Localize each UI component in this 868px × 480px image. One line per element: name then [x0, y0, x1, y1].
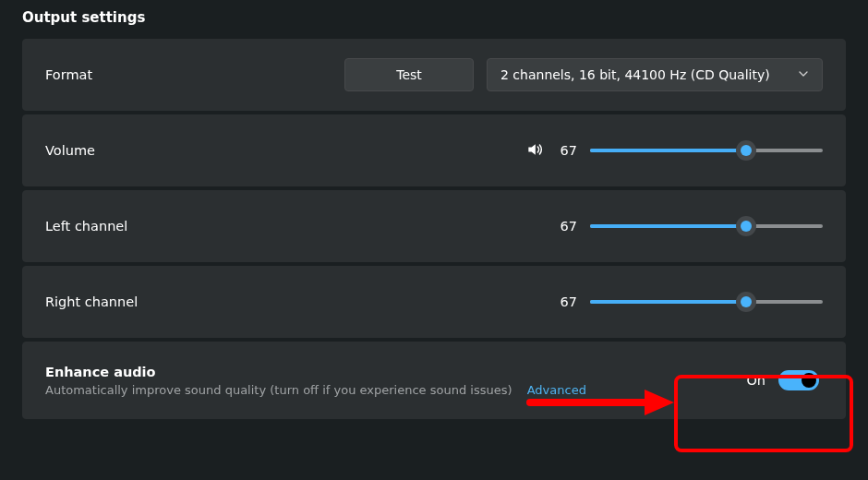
volume-slider[interactable]: [590, 140, 823, 161]
left-channel-slider[interactable]: [590, 216, 823, 236]
volume-value: 67: [557, 143, 577, 158]
slider-thumb[interactable]: [736, 216, 756, 236]
enhance-audio-row: Enhance audio Automatically improve soun…: [22, 342, 846, 419]
enhance-audio-toggle[interactable]: [778, 370, 819, 390]
enhance-toggle-state: On: [746, 373, 766, 388]
chevron-down-icon: [798, 67, 809, 82]
right-channel-label: Right channel: [45, 294, 138, 309]
right-channel-value: 67: [557, 294, 577, 309]
speaker-icon[interactable]: [525, 140, 544, 162]
volume-label: Volume: [45, 143, 95, 158]
left-channel-value: 67: [557, 219, 577, 234]
format-dropdown[interactable]: 2 channels, 16 bit, 44100 Hz (CD Quality…: [487, 58, 823, 91]
right-channel-slider[interactable]: [590, 292, 823, 312]
format-selected: 2 channels, 16 bit, 44100 Hz (CD Quality…: [500, 67, 770, 82]
enhance-audio-subtitle: Automatically improve sound quality (tur…: [45, 383, 512, 397]
slider-thumb[interactable]: [736, 140, 756, 161]
right-channel-row: Right channel 67: [22, 266, 846, 338]
slider-thumb[interactable]: [736, 292, 756, 312]
left-channel-label: Left channel: [45, 219, 127, 234]
format-label: Format: [45, 67, 92, 82]
volume-row: Volume 67: [22, 114, 846, 186]
enhance-audio-title: Enhance audio: [45, 365, 586, 379]
section-title: Output settings: [22, 9, 846, 26]
advanced-link[interactable]: Advanced: [527, 383, 586, 397]
test-button[interactable]: Test: [344, 58, 474, 91]
format-row: Format Test 2 channels, 16 bit, 44100 Hz…: [22, 39, 846, 111]
left-channel-row: Left channel 67: [22, 190, 846, 262]
